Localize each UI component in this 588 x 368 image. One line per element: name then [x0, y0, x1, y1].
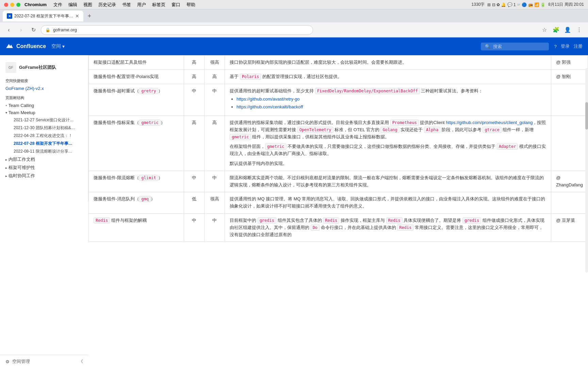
- scrollbar-thumb[interactable]: [585, 102, 588, 129]
- extension-icon[interactable]: 🧩: [551, 25, 561, 35]
- priority2: 中: [205, 84, 225, 116]
- sidebar-item-temp-collab[interactable]: ▸ 临时协同工作: [0, 172, 88, 180]
- mac-top-bar: Chromium 文件 编辑 视图 历史记录 书签 用户 标签页 窗口 帮助 1…: [0, 0, 588, 10]
- inline-code: gredis: [462, 217, 481, 224]
- link-retry-go[interactable]: https://github.com/avast/retry-go: [236, 96, 300, 102]
- traffic-lights[interactable]: [4, 3, 20, 7]
- scrollbar-track[interactable]: [585, 68, 588, 273]
- sidebar-item-team-calling[interactable]: ● Team Calling: [0, 102, 88, 109]
- priority1: 中: [184, 84, 205, 116]
- inline-code: gredis: [258, 217, 276, 224]
- search-input[interactable]: [493, 44, 541, 49]
- collapse-sidebar-button[interactable]: 《: [79, 358, 83, 365]
- inline-code: OpenTelemetry: [297, 127, 333, 133]
- menu-file[interactable]: 文件: [53, 2, 62, 8]
- inline-code-gmetric: gmetric: [139, 120, 161, 126]
- task-name: 框架接口适配层工具及组件: [89, 56, 184, 70]
- menu-help[interactable]: 帮助: [186, 2, 195, 8]
- help-button[interactable]: ?: [554, 44, 557, 49]
- task-name: Redis 组件与框架的解耦: [89, 213, 184, 242]
- assignee: [551, 192, 588, 214]
- close-button[interactable]: [4, 3, 8, 7]
- login-button[interactable]: 登录: [561, 43, 570, 49]
- assignee: @ 豆芽菜: [551, 213, 588, 242]
- priority1: 中: [184, 213, 205, 242]
- priority2: 很高: [205, 192, 225, 214]
- space-logo-area: GF GoFrame社区团队: [0, 59, 88, 76]
- priority1: 低: [184, 192, 205, 214]
- quick-link-goframe[interactable]: GoFrame (ZH)-v2.x: [0, 85, 88, 92]
- sidebar-item-internal-docs[interactable]: ▸ 内部工作文档: [0, 155, 88, 164]
- team-calling-label: Team Calling: [9, 103, 34, 108]
- menu-view[interactable]: 视图: [83, 2, 92, 8]
- link-backoff[interactable]: https://github.com/cenkalti/backoff: [236, 104, 303, 109]
- table-row: 微服务组件-配置管理-Polaris实现 高 高 基于 Polaris 的配置管…: [89, 70, 588, 84]
- register-button[interactable]: 注册: [574, 43, 583, 49]
- sidebar-child-2022-0428[interactable]: 2022-04-28 工程化改进交流：！: [0, 132, 88, 140]
- search-bar[interactable]: 🔍: [481, 43, 549, 50]
- description: 提供通用性的超时重试基础组件，至少支持 FixedDelay/RandomDel…: [225, 84, 551, 116]
- team-meetup-label: Team Meetup: [9, 110, 35, 115]
- framework-maintain-label: 框架可维护性: [9, 165, 35, 171]
- content-table: 框架接口适配层工具及组件 高 很高 接口协议层到框架内部实现的接口适配层，难度比…: [88, 55, 588, 242]
- inline-code: Polaris: [240, 74, 261, 80]
- sidebar-child-2021-1227[interactable]: 2021-12-27 Service接口化设计…: [0, 116, 88, 124]
- task-name: 微服务组件-配置管理-Polaris实现: [89, 70, 184, 84]
- task-name: 微服务组件-限流熔断（glimit）: [89, 171, 184, 192]
- back-button[interactable]: ‹: [4, 25, 14, 35]
- tab-title: 2022-07-28 框架开发下半年事…: [14, 13, 73, 19]
- spaces-nav[interactable]: 空间 ▾: [51, 43, 65, 49]
- mac-status-bar: 1330字 ⊞ ⊟ ✿ 🔔 💬 1 ☞ 🔵 📻 📶 🔋 8月11日 周四 20:…: [472, 2, 584, 7]
- reload-button[interactable]: ↻: [29, 25, 38, 35]
- sidebar: GF GoFrame社区团队 空间快捷链接 GoFrame (ZH)-v2.x …: [0, 55, 88, 201]
- tab-close-icon[interactable]: ✕: [75, 13, 79, 19]
- inline-code: Golang: [380, 127, 399, 133]
- browser-toolbar-right: ☆ 🧩 👤 ⋮: [540, 25, 584, 35]
- inline-code: Alpha: [424, 127, 440, 133]
- star-icon[interactable]: ☆: [540, 25, 549, 35]
- address-bar[interactable]: 🔒 goframe.org: [41, 25, 313, 35]
- sidebar-item-framework-maintain[interactable]: ▸ 框架可维护性: [0, 164, 88, 172]
- link-prometheus-client[interactable]: https://github.com/prometheus/client_gol…: [446, 120, 533, 125]
- menu-tabs[interactable]: 标签页: [152, 2, 165, 8]
- description: 接口协议层到框架内部实现的接口适配层，难度比较大，会比较花时间。会需要长期跟进。: [225, 56, 551, 70]
- new-tab-button[interactable]: +: [85, 11, 94, 21]
- profile-icon[interactable]: 👤: [563, 25, 572, 35]
- minimize-button[interactable]: [10, 3, 14, 7]
- description: 提供通用性的 MQ 接口管理。将 MQ 常用的消息写入、读取、回执做成接口形式，…: [225, 192, 551, 214]
- description-gmetric: 提供通用性的指标采集功能，通过接口化的形式提供。目前业务项目大多直接采用 Pro…: [225, 116, 551, 171]
- sidebar-child-2022-0811[interactable]: 2022-08-11 限流熔断设计分享…: [0, 148, 88, 155]
- priority1: 高: [184, 56, 205, 70]
- menu-icon[interactable]: ⋮: [574, 25, 584, 35]
- task-name-text: 框架接口适配层工具及组件: [94, 60, 147, 65]
- confluence-header: Confluence 空间 ▾ 🔍 ? 登录 注册: [0, 37, 588, 55]
- sidebar-child-2022-0728[interactable]: 2022-07-28 框架开发下半年事…: [0, 140, 88, 148]
- menu-edit[interactable]: 编辑: [68, 2, 77, 8]
- active-tab[interactable]: ✕ 2022-07-28 框架开发下半年事… ✕: [3, 11, 83, 21]
- menu-user[interactable]: 用户: [137, 2, 146, 8]
- inline-code: Redis: [386, 217, 403, 224]
- inline-code-glimit: glimit: [139, 175, 158, 181]
- inline-code: Redis: [397, 225, 413, 231]
- inline-code: Prometheus: [390, 120, 419, 126]
- inline-code: gtrace: [483, 127, 501, 133]
- reference-list: https://github.com/avast/retry-go https:…: [230, 96, 546, 111]
- inline-code-redis: Redis: [94, 217, 110, 224]
- confluence-logo-text: Confluence: [16, 43, 46, 49]
- tab-favicon: ✕: [7, 13, 12, 19]
- menu-bar[interactable]: 文件 编辑 视图 历史记录 书签 用户 标签页 窗口 帮助: [53, 2, 195, 8]
- confluence-header-right: ? 登录 注册: [554, 43, 583, 49]
- table-row: Redis 组件与框架的解耦 中 中 目前框架中的 gredis 组件其实包含了…: [89, 213, 588, 242]
- forward-button[interactable]: ›: [16, 25, 26, 35]
- inline-code-gmq: gmq: [139, 196, 151, 202]
- assignee: @ ZhangDafang: [551, 171, 588, 192]
- menu-bookmarks[interactable]: 书签: [122, 2, 131, 8]
- space-management[interactable]: ⚙ 空间管理 《: [0, 355, 88, 368]
- sidebar-item-team-meetup[interactable]: ▾ Team Meetup: [0, 109, 88, 116]
- sidebar-child-2021-1230[interactable]: 2021-12-30 团队招募计划初稿&…: [0, 124, 88, 132]
- maximize-button[interactable]: [16, 3, 20, 7]
- menu-history[interactable]: 历史记录: [98, 2, 116, 8]
- assignee: [551, 116, 588, 171]
- table-row: 微服务组件-指标采集（gmetric） 高 高 提供通用性的指标采集功能，通过接…: [89, 116, 588, 171]
- menu-window[interactable]: 窗口: [172, 2, 180, 8]
